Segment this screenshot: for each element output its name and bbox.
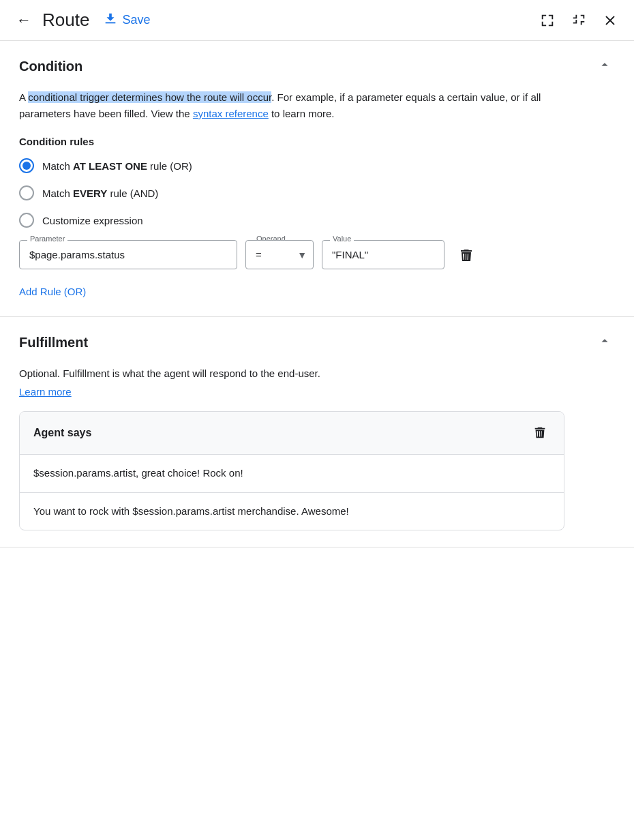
parameter-input[interactable] <box>19 240 237 269</box>
radio-custom-circle <box>19 213 34 228</box>
header-left: ← Route Save <box>14 8 537 32</box>
fulfillment-section-header: Fulfillment <box>19 331 615 355</box>
fulfillment-title: Fulfillment <box>19 335 88 350</box>
agent-says-row-1: $session.params.artist, great choice! Ro… <box>20 455 564 493</box>
save-icon <box>103 11 118 29</box>
back-button[interactable]: ← <box>14 9 34 32</box>
agent-says-card: Agent says $session.params.artist, great… <box>19 411 564 530</box>
radio-and-label: Match EVERY rule (AND) <box>42 188 158 199</box>
condition-rules-label: Condition rules <box>19 136 615 147</box>
save-button[interactable]: Save <box>97 8 155 32</box>
condition-section: Condition A conditional trigger determin… <box>0 41 634 317</box>
condition-title: Condition <box>19 59 82 74</box>
agent-says-delete-button[interactable] <box>530 423 550 443</box>
rule-delete-button[interactable] <box>453 242 480 269</box>
radio-or-label: Match AT LEAST ONE rule (OR) <box>42 160 192 172</box>
condition-collapse-button[interactable] <box>594 55 615 78</box>
radio-custom-label: Customize expression <box>42 215 143 226</box>
radio-custom-option[interactable]: Customize expression <box>19 213 615 228</box>
rule-row: Parameter Operand = != < > ▼ Valu <box>19 240 615 269</box>
operand-select[interactable]: = != < > <box>245 240 314 269</box>
close-button[interactable] <box>600 10 620 31</box>
fulfillment-collapse-button[interactable] <box>594 331 615 355</box>
fulfillment-section: Fulfillment Optional. Fulfillment is wha… <box>0 317 634 548</box>
agent-says-header: Agent says <box>20 412 564 455</box>
operand-select-wrapper: = != < > ▼ <box>245 240 314 269</box>
fulfillment-description: Optional. Fulfillment is what the agent … <box>19 365 615 382</box>
save-label: Save <box>122 13 150 27</box>
header: ← Route Save <box>0 0 634 41</box>
condition-description: A conditional trigger determines how the… <box>19 89 578 122</box>
collapse-button[interactable] <box>569 10 589 31</box>
condition-desc-part3: to learn more. <box>269 108 335 119</box>
agent-says-trash-icon <box>532 425 547 440</box>
condition-section-header: Condition <box>19 55 615 78</box>
radio-and-option[interactable]: Match EVERY rule (AND) <box>19 185 615 200</box>
agent-says-title: Agent says <box>33 427 91 439</box>
operand-field-group: Operand = != < > ▼ <box>245 240 314 269</box>
learn-more-link[interactable]: Learn more <box>19 386 72 397</box>
radio-or-circle <box>19 158 34 173</box>
syntax-reference-link[interactable]: syntax reference <box>193 108 269 119</box>
parameter-label: Parameter <box>27 235 67 243</box>
radio-or-option[interactable]: Match AT LEAST ONE rule (OR) <box>19 158 615 173</box>
add-rule-button[interactable]: Add Rule (OR) <box>19 283 86 300</box>
parameter-field-group: Parameter <box>19 240 237 269</box>
value-field-group: Value <box>322 240 444 269</box>
value-input[interactable] <box>322 240 444 269</box>
radio-and-circle <box>19 185 34 200</box>
main-content: Condition A conditional trigger determin… <box>0 41 634 548</box>
condition-desc-highlighted: conditional trigger determines how the r… <box>28 91 271 103</box>
header-right <box>537 10 620 31</box>
condition-desc-part1: A <box>19 91 28 103</box>
expand-button[interactable] <box>537 10 558 31</box>
value-label: Value <box>330 235 354 243</box>
page-title: Route <box>42 10 89 31</box>
back-arrow-icon: ← <box>16 12 31 29</box>
agent-says-row-2: You want to rock with $session.params.ar… <box>20 493 564 530</box>
trash-icon <box>458 247 474 264</box>
